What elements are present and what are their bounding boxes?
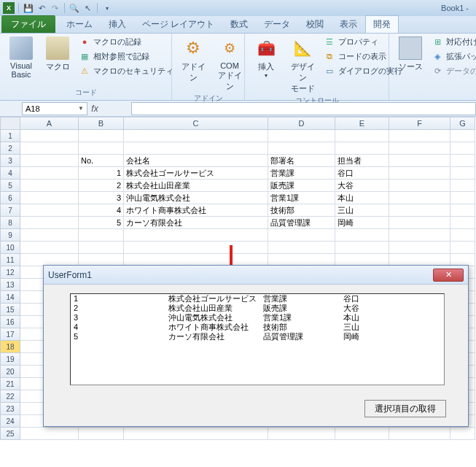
cell[interactable] — [389, 130, 450, 142]
row-header[interactable]: 13 — [0, 279, 20, 291]
cell[interactable]: 株式会社ゴールサービス — [124, 167, 268, 180]
row-header[interactable]: 19 — [0, 353, 20, 366]
cell[interactable]: No. — [79, 155, 124, 167]
cell[interactable]: 担当者 — [335, 155, 389, 167]
column-header[interactable]: D — [268, 117, 335, 130]
com-addins-button[interactable]: ⚙COM アドイン — [213, 35, 246, 93]
relative-reference-button[interactable]: ▦相対参照で記録 — [77, 50, 175, 63]
cell[interactable] — [389, 242, 450, 254]
cell[interactable] — [450, 192, 475, 204]
row-header[interactable]: 24 — [0, 415, 20, 428]
cell[interactable] — [450, 217, 475, 229]
cell[interactable]: ホワイト商事株式会社 — [124, 204, 268, 217]
cell[interactable] — [79, 242, 124, 254]
tab-view[interactable]: 表示 — [332, 15, 365, 33]
row-header[interactable]: 5 — [0, 180, 20, 192]
row-header[interactable]: 2 — [0, 142, 20, 155]
cell[interactable]: 岡崎 — [335, 217, 389, 229]
cell[interactable] — [450, 204, 475, 217]
close-button[interactable]: ✕ — [433, 269, 464, 282]
cell[interactable] — [450, 130, 475, 142]
cell[interactable] — [335, 242, 389, 254]
listbox[interactable]: 1株式会社ゴールサービス営業課谷口2株式会社山田産業販売課大谷3沖山電気株式会社… — [70, 293, 445, 385]
tab-review[interactable]: 校閲 — [298, 15, 332, 33]
cell[interactable]: 谷口 — [335, 167, 389, 180]
row-header[interactable]: 4 — [0, 167, 20, 180]
undo-icon[interactable]: ↶ — [36, 2, 47, 14]
refresh-data-button[interactable]: ⟳データの更 — [430, 64, 476, 77]
source-button[interactable]: ソース — [394, 35, 427, 74]
formula-input[interactable] — [131, 102, 476, 115]
cell[interactable]: 大谷 — [335, 180, 389, 192]
cell[interactable]: 三山 — [335, 204, 389, 217]
row-header[interactable]: 12 — [0, 266, 20, 279]
cell[interactable] — [389, 180, 450, 192]
cell[interactable] — [20, 204, 79, 217]
column-header[interactable]: B — [79, 117, 124, 130]
cell[interactable]: 株式会社山田産業 — [124, 180, 268, 192]
cell[interactable] — [124, 130, 268, 142]
cell[interactable]: 本山 — [335, 192, 389, 204]
row-header[interactable]: 21 — [0, 378, 20, 390]
select-all-corner[interactable] — [0, 117, 20, 130]
cell[interactable] — [268, 229, 335, 242]
cell[interactable] — [20, 229, 79, 242]
cell[interactable]: 会社名 — [124, 155, 268, 167]
cell[interactable] — [389, 204, 450, 217]
redo-icon[interactable]: ↷ — [49, 2, 61, 14]
tab-developer[interactable]: 開発 — [365, 15, 399, 33]
insert-control-button[interactable]: 🧰挿入▾ — [249, 35, 283, 80]
cell[interactable] — [389, 167, 450, 180]
cell[interactable]: 沖山電気株式会社 — [124, 192, 268, 204]
row-header[interactable]: 14 — [0, 291, 20, 304]
list-item[interactable]: 4ホワイト商事株式会社技術部三山 — [71, 323, 444, 332]
row-header[interactable]: 3 — [0, 155, 20, 167]
row-header[interactable]: 22 — [0, 390, 20, 403]
cell[interactable] — [389, 142, 450, 155]
cell[interactable] — [20, 192, 79, 204]
cell[interactable]: 営業課 — [268, 167, 335, 180]
cell[interactable] — [79, 142, 124, 155]
cell[interactable]: 5 — [79, 217, 124, 229]
cell[interactable] — [389, 155, 450, 167]
list-item[interactable]: 2株式会社山田産業販売課大谷 — [71, 304, 444, 313]
tab-file[interactable]: ファイル — [1, 15, 55, 33]
row-header[interactable]: 7 — [0, 204, 20, 217]
cell[interactable] — [268, 428, 335, 440]
expansion-packs-button[interactable]: ◈拡張パック — [430, 50, 476, 63]
cell[interactable] — [389, 217, 450, 229]
row-header[interactable]: 9 — [0, 229, 20, 242]
cell[interactable] — [124, 428, 268, 440]
cell[interactable] — [20, 130, 79, 142]
chevron-down-icon[interactable]: ▼ — [78, 105, 84, 112]
cell[interactable] — [450, 180, 475, 192]
list-item[interactable]: 1株式会社ゴールサービス営業課谷口 — [71, 294, 444, 304]
cell[interactable]: 部署名 — [268, 155, 335, 167]
cell[interactable] — [389, 192, 450, 204]
save-icon[interactable]: 💾 — [23, 2, 34, 14]
design-mode-button[interactable]: 📐デザイン モード — [286, 35, 319, 96]
get-selection-button[interactable]: 選択項目の取得 — [364, 400, 446, 417]
column-header[interactable]: A — [20, 117, 79, 130]
cell[interactable]: 3 — [79, 192, 124, 204]
column-header[interactable]: E — [335, 117, 389, 130]
cell[interactable]: 営業1課 — [268, 192, 335, 204]
cell[interactable] — [335, 130, 389, 142]
row-header[interactable]: 16 — [0, 316, 20, 328]
cell[interactable]: カーソ有限会社 — [124, 217, 268, 229]
cell[interactable] — [20, 142, 79, 155]
cell[interactable] — [124, 229, 268, 242]
cell[interactable] — [20, 155, 79, 167]
list-item[interactable]: 5カーソ有限会社品質管理課岡崎 — [71, 332, 444, 341]
cell[interactable] — [335, 229, 389, 242]
tab-formulas[interactable]: 数式 — [222, 15, 256, 33]
row-header[interactable]: 23 — [0, 403, 20, 415]
cell[interactable]: 4 — [79, 204, 124, 217]
fx-button[interactable]: fx — [87, 104, 102, 114]
column-header[interactable]: G — [450, 117, 475, 130]
cell[interactable] — [79, 428, 124, 440]
addins-button[interactable]: ⚙アドイン — [176, 35, 210, 85]
column-header[interactable]: F — [389, 117, 450, 130]
cell[interactable] — [20, 242, 79, 254]
cell[interactable] — [268, 242, 335, 254]
